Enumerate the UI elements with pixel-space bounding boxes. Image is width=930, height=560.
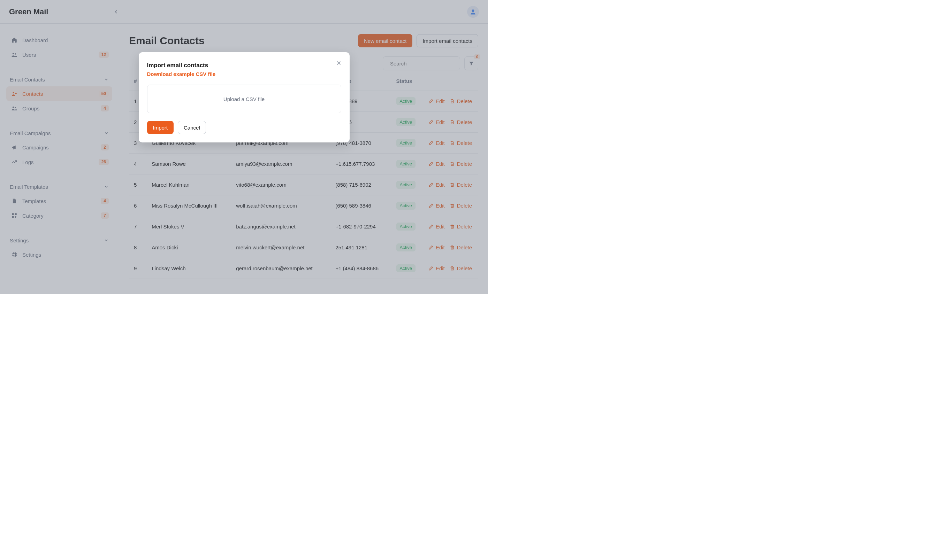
modal-cancel-button[interactable]: Cancel — [178, 121, 206, 134]
modal-overlay[interactable]: Import email contacts Download example C… — [0, 0, 488, 294]
upload-hint: Upload a CSV file — [223, 96, 265, 102]
modal-close-button[interactable] — [336, 60, 342, 66]
close-icon — [336, 60, 342, 66]
upload-dropzone[interactable]: Upload a CSV file — [147, 84, 341, 113]
download-example-link[interactable]: Download example CSV file — [147, 71, 341, 77]
modal-import-button[interactable]: Import — [147, 121, 174, 134]
modal-title: Import email contacts — [147, 62, 341, 69]
import-modal: Import email contacts Download example C… — [139, 52, 350, 143]
